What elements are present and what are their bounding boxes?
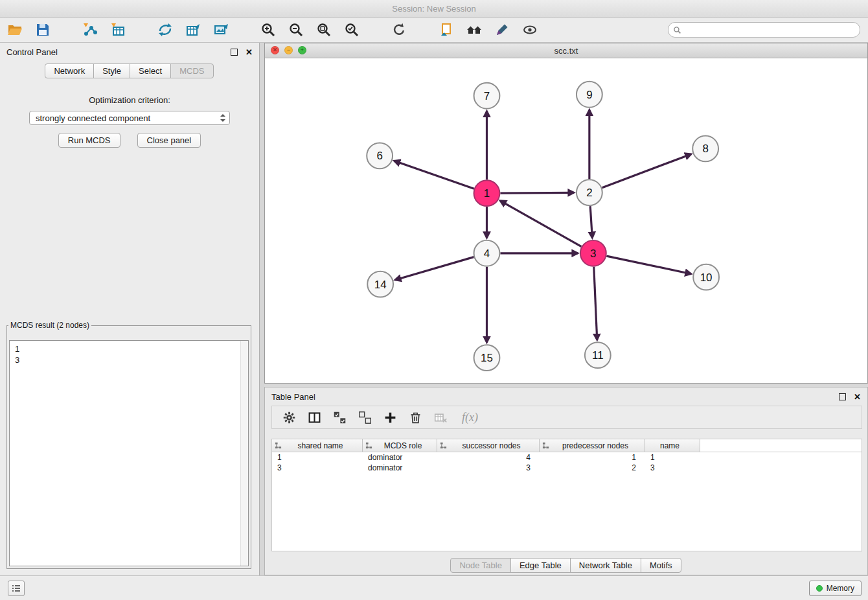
tab-mcds[interactable]: MCDS (170, 63, 213, 78)
table-cell: 3 (437, 463, 540, 472)
zoom-selected-icon[interactable] (343, 21, 360, 38)
graph-edge-2-3[interactable] (590, 206, 592, 238)
graph-node-4[interactable]: 4 (474, 240, 500, 266)
graph-edge-4-14[interactable] (395, 257, 474, 280)
graph-node-10[interactable]: 10 (693, 264, 719, 290)
table-tab-motifs[interactable]: Motifs (641, 558, 681, 573)
control-panel-tabs: NetworkStyleSelectMCDS (0, 63, 259, 78)
table-panel: Table Panel ✕ f(x) shared nameMCDS roles… (264, 387, 868, 575)
graph-edge-1-6[interactable] (394, 161, 474, 189)
graph-node-9[interactable]: 9 (577, 82, 602, 108)
refresh-view-icon[interactable] (391, 21, 407, 38)
column-header-name[interactable]: name (645, 439, 700, 452)
duplicate-network-icon[interactable] (438, 21, 455, 38)
graph-node-3[interactable]: 3 (580, 240, 606, 266)
import-network-icon[interactable] (82, 21, 98, 38)
network-window-title: scc.txt (554, 46, 578, 56)
column-header-predecessor-nodes[interactable]: predecessor nodes (540, 439, 645, 452)
graph-edge-3-11[interactable] (594, 267, 597, 340)
graph-node-14[interactable]: 14 (367, 271, 393, 297)
tab-network[interactable]: Network (45, 63, 94, 78)
open-file-icon[interactable] (6, 21, 23, 38)
svg-text:15: 15 (481, 352, 493, 364)
table-cell: 1 (540, 453, 645, 462)
window-close-icon[interactable]: ✕ (271, 46, 279, 54)
select-all-icon[interactable] (332, 410, 347, 425)
graph-edge-2-8[interactable] (602, 154, 691, 188)
svg-text:11: 11 (592, 349, 604, 362)
column-type-icon (275, 442, 282, 449)
export-table-icon[interactable] (185, 21, 201, 38)
window-minimize-icon[interactable]: − (284, 46, 293, 54)
zoom-out-icon[interactable] (288, 21, 304, 38)
criterion-select[interactable]: strongly connected component (29, 111, 230, 125)
mcds-result-item[interactable]: 1 (15, 343, 248, 354)
graph-node-6[interactable]: 6 (367, 143, 393, 168)
window-zoom-icon[interactable]: + (298, 46, 306, 54)
table-row[interactable]: 3dominator323 (272, 463, 862, 473)
column-type-icon (365, 442, 372, 449)
deselect-all-icon[interactable] (357, 410, 372, 425)
add-column-icon[interactable] (382, 410, 398, 425)
tab-select[interactable]: Select (130, 63, 171, 78)
table-tab-edge-table[interactable]: Edge Table (510, 558, 571, 573)
float-table-panel-icon[interactable] (839, 393, 846, 400)
task-history-button[interactable] (8, 581, 25, 596)
close-panel-button[interactable]: Close panel (137, 133, 201, 148)
export-image-icon[interactable] (212, 21, 229, 38)
mcds-result-group: MCDS result (2 nodes) 13 (6, 321, 251, 569)
home-view-icon[interactable] (466, 21, 483, 38)
result-scrollbar[interactable] (240, 341, 248, 566)
graph-edge-1-2[interactable] (500, 192, 574, 193)
status-bar: Memory (0, 575, 868, 600)
table-cell: 2 (540, 463, 645, 472)
zoom-in-icon[interactable] (260, 21, 277, 38)
graph-node-7[interactable]: 7 (474, 83, 500, 109)
table-settings-gear-icon[interactable] (281, 410, 297, 425)
show-columns-icon[interactable] (306, 410, 322, 425)
column-header-mcds-role[interactable]: MCDS role (363, 439, 437, 452)
column-header-successor-nodes[interactable]: successor nodes (437, 439, 540, 452)
column-header-shared-name[interactable]: shared name (272, 439, 363, 452)
control-panel: Control Panel ✕ NetworkStyleSelectMCDS O… (0, 43, 260, 575)
svg-text:7: 7 (484, 90, 490, 102)
graph-node-11[interactable]: 11 (585, 342, 611, 368)
graph-edge-3-10[interactable] (606, 256, 691, 274)
column-header-label: successor nodes (449, 441, 539, 450)
svg-text:14: 14 (374, 279, 387, 291)
graph-node-2[interactable]: 2 (577, 179, 602, 205)
delete-row-trash-icon[interactable] (407, 410, 423, 425)
table-row[interactable]: 1dominator411 (272, 452, 862, 463)
zoom-fit-icon[interactable] (315, 21, 332, 38)
tab-style[interactable]: Style (93, 63, 130, 78)
close-panel-icon[interactable]: ✕ (246, 48, 253, 56)
network-view-window: ✕ − + scc.txt 1234678910111415 (264, 43, 868, 384)
show-hide-icon[interactable] (521, 21, 538, 38)
table-body: 1dominator4113dominator323 (272, 452, 862, 473)
graph-node-1[interactable]: 1 (474, 180, 500, 206)
network-canvas[interactable]: 1234678910111415 (265, 58, 867, 383)
mcds-result-item[interactable]: 3 (15, 354, 248, 365)
search-input[interactable] (681, 23, 860, 36)
svg-text:4: 4 (484, 248, 490, 260)
graph-edge-3-1[interactable] (500, 201, 581, 247)
float-panel-icon[interactable] (231, 49, 238, 56)
run-mcds-button[interactable]: Run MCDS (58, 133, 120, 148)
optimization-criterion-label: Optimization criterion: (0, 95, 259, 105)
svg-text:3: 3 (590, 248, 596, 260)
column-type-icon (542, 442, 549, 449)
save-session-icon[interactable] (34, 21, 51, 38)
table-tab-node-table[interactable]: Node Table (450, 558, 511, 573)
export-network-icon[interactable] (157, 21, 174, 38)
panel-splitter[interactable] (260, 43, 264, 575)
table-cell: dominator (363, 453, 437, 462)
close-table-panel-icon[interactable]: ✕ (854, 393, 861, 401)
graph-node-8[interactable]: 8 (692, 136, 718, 162)
table-tab-network-table[interactable]: Network Table (570, 558, 641, 573)
title-bar: Session: New Session (0, 0, 868, 17)
memory-button[interactable]: Memory (809, 581, 862, 596)
graph-node-15[interactable]: 15 (474, 345, 500, 371)
import-table-icon[interactable] (109, 21, 126, 38)
control-panel-header: Control Panel ✕ (0, 43, 259, 61)
annotation-pen-icon[interactable] (494, 21, 510, 38)
